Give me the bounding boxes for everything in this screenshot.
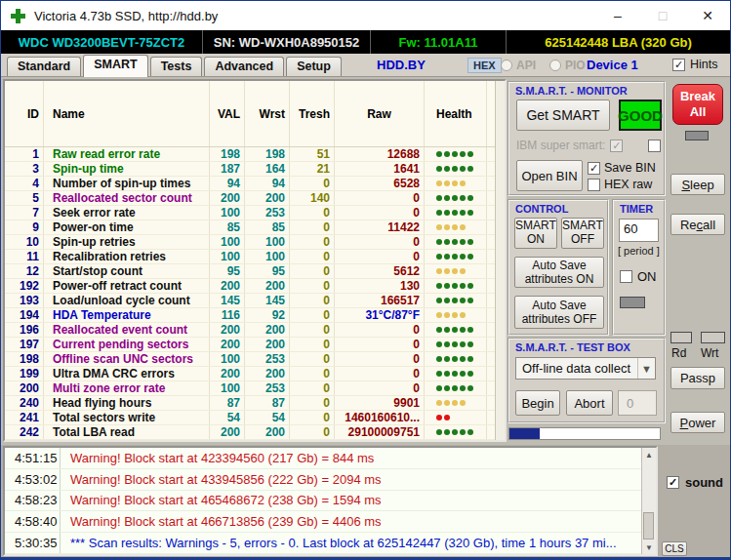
smart-on-button[interactable]: SMART ON [514,218,557,249]
tab-tests[interactable]: Tests [150,57,203,76]
hints-checkbox[interactable]: ✓ [672,59,685,71]
log-entry[interactable]: 4:58:23Warning! Block start at 465468672… [5,491,641,512]
timer-on-row[interactable]: ON [620,269,657,284]
table-row[interactable]: 241Total sectors write545401460160610... [5,411,495,425]
log-entry-text: Warning! Block start at 433945856 (222 G… [60,469,641,490]
hints-checkbox-row[interactable]: ✓ Hints [672,58,717,71]
pio-radio-circle[interactable] [549,60,561,71]
table-row[interactable]: 193Load/unload cycle count1451450166517 [5,294,495,308]
tab-smart[interactable]: SMART [83,55,147,77]
log-entry[interactable]: 4:58:40Warning! Block start at 466713856… [5,511,641,533]
scroll-up-icon[interactable]: ▲ [642,448,656,461]
minimize-button[interactable]: – [595,1,640,30]
passport-button[interactable]: Passp [670,367,725,389]
app-icon [11,9,25,23]
cls-button[interactable]: CLS [662,541,687,556]
health-dots [425,381,487,395]
power-button[interactable]: Power [670,412,725,433]
smart-off-button[interactable]: SMART OFF [561,218,604,249]
header-health: Health [425,81,487,146]
log-entry[interactable]: 5:30:35*** Scan results: Warnings - 5, e… [5,533,641,554]
timer-period-input[interactable]: 60 [619,219,659,242]
tab-advanced[interactable]: Advanced [204,57,284,76]
timer-on-checkbox[interactable] [620,270,632,283]
table-row[interactable]: 1Raw read error rate1981985112688 [5,147,495,162]
write-indicator [701,332,725,343]
sound-checkbox-row[interactable]: ✓ sound [667,475,723,490]
table-row[interactable]: 5Reallocated sector count2002001400 [5,191,495,206]
hex-raw-row[interactable]: HEX raw [588,178,656,191]
log-scrollbar-thumb[interactable] [643,512,654,540]
table-scrollbar[interactable] [495,81,505,440]
table-row[interactable]: 194HDA Temperature11692031°C/87°F [5,308,495,323]
health-dot [460,371,466,377]
health-dot [460,312,466,318]
health-dot [436,151,442,157]
table-row[interactable]: 3Spin-up time187164211641 [5,162,495,177]
health-dot [444,400,450,406]
get-smart-button[interactable]: Get SMART [516,100,610,131]
tab-setup[interactable]: Setup [286,57,342,76]
health-dot [467,327,473,333]
log-entry[interactable]: 4:51:15Warning! Block start at 423394560… [5,448,641,469]
health-dot [467,341,473,347]
begin-button[interactable]: Begin [515,390,560,416]
pio-radio[interactable]: PIO [549,59,586,72]
api-radio-circle[interactable] [501,60,512,71]
save-bin-row[interactable]: ✓ Save BIN [588,161,656,175]
break-all-button[interactable]: Break All [672,84,723,125]
table-row[interactable]: 11Recalibration retries10010000 [5,250,495,264]
health-dot [444,356,450,362]
log-scrollbar[interactable]: ▲ ▼ [641,448,656,554]
table-row[interactable]: 200Multi zone error rate10025300 [5,381,495,396]
drive-firmware: Fw: 11.01A11 [371,30,507,54]
test-type-value: Off-line data collect [522,361,630,376]
pio-radio-label: PIO [565,59,586,72]
table-row[interactable]: 197Current pending sectors20020000 [5,338,495,352]
log-entry[interactable]: 4:53:02Warning! Block start at 433945856… [5,469,641,491]
hex-raw-checkbox[interactable] [588,179,600,191]
table-row[interactable]: 12Start/stop count959505612 [5,264,495,279]
test-type-dropdown[interactable]: Off-line data collect ▼ [515,357,656,380]
table-row[interactable]: 9Power-on time8585011422 [5,220,495,235]
monitor-extra-checkbox[interactable] [648,140,661,152]
smart-monitor-panel: S.M.A.R.T. - MONITOR Get SMART GOOD IBM … [508,81,666,196]
break-indicator [685,131,709,140]
health-dot [452,166,458,172]
health-dot [436,429,442,435]
table-row[interactable]: 7Seek error rate10025300 [5,206,495,220]
sound-checkbox[interactable]: ✓ [667,476,679,489]
table-row[interactable]: 198Offline scan UNC sectors10025300 [5,352,495,367]
hddby-link[interactable]: HDD.BY [377,58,426,72]
health-dots [425,206,487,220]
timer-period-label: [ period ] [618,245,660,257]
auto-save-on-button[interactable]: Auto Save attributes ON [514,257,604,288]
sound-label: sound [685,475,723,490]
table-row[interactable]: 242Total LBA read200200029100009751 [5,425,495,440]
health-dots [425,147,487,161]
health-dot [444,268,450,274]
auto-save-off-button[interactable]: Auto Save attributes OFF [514,296,604,329]
scroll-down-icon[interactable]: ▼ [642,540,656,554]
table-row[interactable]: 10Spin-up retries10010000 [5,235,495,250]
tab-standard[interactable]: Standard [7,57,81,76]
api-radio[interactable]: API [501,59,536,72]
health-dots [425,264,487,278]
open-bin-button[interactable]: Open BIN [516,160,583,191]
title-bar: Victoria 4.73b SSD, http://hdd.by – □ ✕ [1,1,730,30]
table-row[interactable]: 4Number of spin-up times949406528 [5,177,495,191]
table-row[interactable]: 192Power-off retract count2002000130 [5,279,495,294]
chevron-down-icon[interactable]: ▼ [637,358,655,379]
table-row[interactable]: 196Reallocated event count20020000 [5,323,495,338]
table-row[interactable]: 199Ultra DMA CRC errors20020000 [5,367,495,381]
table-row[interactable]: 240Head flying hours878709901 [5,396,495,411]
abort-button[interactable]: Abort [566,390,613,416]
sleep-button[interactable]: Sleep [670,174,725,195]
close-button[interactable]: ✕ [685,1,730,30]
header-raw: Raw [335,81,425,146]
api-radio-label: API [516,59,536,72]
save-bin-checkbox[interactable]: ✓ [588,162,600,175]
health-dot [436,210,442,216]
maximize-button[interactable]: □ [640,1,685,30]
recall-button[interactable]: Recall [670,214,725,235]
